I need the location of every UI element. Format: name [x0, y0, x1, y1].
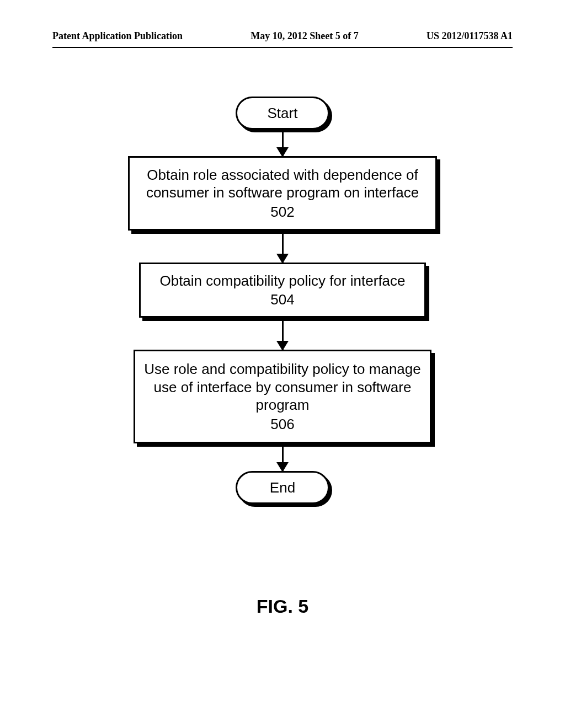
arrow-1: [282, 130, 284, 156]
figure-label: FIG. 5: [0, 596, 565, 617]
process-506: Use role and compatibility policy to man…: [134, 350, 431, 443]
page-header: Patent Application Publication May 10, 2…: [0, 30, 565, 42]
end-label: End: [270, 479, 295, 496]
header-center: May 10, 2012 Sheet 5 of 7: [250, 30, 358, 42]
process-502: Obtain role associated with dependence o…: [128, 156, 437, 231]
process-506-ref: 506: [270, 415, 294, 433]
arrow-2: [282, 231, 284, 263]
arrow-3: [282, 318, 284, 350]
start-terminal: Start: [236, 97, 329, 130]
arrow-4: [282, 443, 284, 471]
process-504-ref: 504: [270, 291, 294, 309]
header-left: Patent Application Publication: [52, 30, 183, 42]
process-504-text: Obtain compatibility policy for interfac…: [159, 272, 405, 290]
process-502-ref: 502: [270, 203, 294, 221]
header-divider: [52, 47, 513, 48]
process-506-text: Use role and compatibility policy to man…: [143, 360, 422, 414]
header-right: US 2012/0117538 A1: [427, 30, 513, 42]
process-502-text: Obtain role associated with dependence o…: [137, 166, 428, 202]
end-terminal: End: [236, 471, 329, 504]
flowchart: Start Obtain role associated with depend…: [0, 97, 565, 504]
start-label: Start: [268, 105, 298, 122]
process-504: Obtain compatibility policy for interfac…: [139, 263, 426, 318]
